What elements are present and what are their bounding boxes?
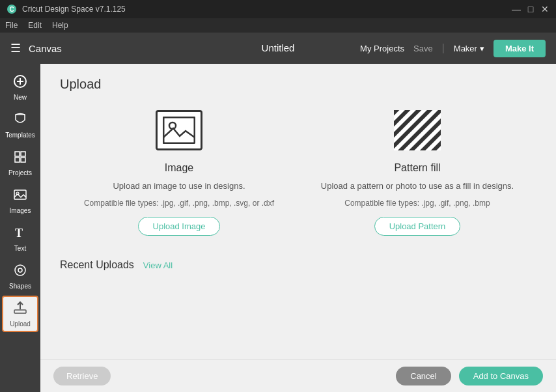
upload-pattern-button[interactable]: Upload Pattern — [374, 217, 461, 236]
save-button[interactable]: Save — [413, 44, 433, 53]
maker-chevron-icon: ▾ — [480, 44, 484, 53]
svg-rect-15 — [163, 117, 195, 143]
content-inner: Upload Image Uplo — [40, 64, 556, 359]
sidebar-item-projects-label: Projects — [8, 169, 32, 176]
sidebar-item-projects[interactable]: Projects — [2, 145, 38, 181]
close-button[interactable]: ✕ — [540, 5, 549, 14]
svg-rect-14 — [14, 310, 26, 313]
upload-cards: Image Upload an image to use in designs.… — [60, 107, 536, 236]
svg-rect-9 — [14, 190, 26, 199]
upload-pattern-card: Pattern fill Upload a pattern or photo t… — [307, 107, 528, 236]
sidebar-item-text[interactable]: T Text — [2, 220, 38, 257]
sidebar-item-templates-label: Templates — [5, 132, 35, 139]
sidebar: New Templates Projects — [0, 64, 40, 392]
maker-label: Maker — [454, 44, 477, 53]
svg-rect-19 — [394, 110, 441, 150]
bottom-right-buttons: Cancel Add to Canvas — [396, 367, 543, 385]
add-to-canvas-button[interactable]: Add to Canvas — [459, 367, 543, 385]
recent-uploads-section: Recent Uploads View All — [60, 259, 536, 271]
app-bar-right: My Projects Save | Maker ▾ Make It — [360, 40, 546, 57]
separator: | — [442, 42, 445, 54]
image-card-file-types: Compatible file types: .jpg, .gif, .png,… — [84, 199, 274, 208]
my-projects-button[interactable]: My Projects — [360, 44, 404, 53]
cancel-button[interactable]: Cancel — [396, 367, 451, 385]
pattern-card-icon — [391, 107, 443, 153]
sidebar-item-images[interactable]: Images — [2, 182, 38, 219]
image-card-description: Upload an image to use in designs. — [113, 180, 245, 192]
svg-rect-6 — [21, 152, 25, 156]
content-area: Upload Image Uplo — [40, 64, 556, 392]
svg-rect-8 — [21, 158, 25, 162]
bottom-bar: Retrieve Cancel Add to Canvas — [40, 359, 556, 392]
new-icon — [13, 74, 27, 92]
text-icon: T — [13, 225, 27, 243]
sidebar-item-upload-label: Upload — [10, 320, 31, 328]
recent-uploads-title: Recent Uploads — [60, 259, 134, 271]
svg-text:C: C — [9, 6, 14, 13]
project-title: Untitled — [262, 42, 295, 53]
upload-image-button[interactable]: Upload Image — [138, 217, 221, 236]
sidebar-item-images-label: Images — [10, 207, 31, 214]
svg-rect-7 — [15, 158, 20, 162]
main-layout: New Templates Projects — [0, 64, 556, 392]
app-bar: ☰ Canvas Untitled My Projects Save | Mak… — [0, 33, 556, 64]
svg-text:T: T — [15, 227, 23, 240]
title-bar-title: Cricut Design Space v7.1.125 — [22, 5, 126, 14]
pattern-icon-box — [394, 110, 441, 150]
make-it-button[interactable]: Make It — [493, 40, 546, 57]
app-logo: C — [7, 4, 17, 14]
pattern-card-description: Upload a pattern or photo to use as a fi… — [321, 180, 514, 192]
pattern-svg-icon — [394, 110, 441, 150]
title-bar: C Cricut Design Space v7.1.125 — □ ✕ — [0, 0, 556, 18]
svg-point-13 — [18, 268, 22, 272]
view-all-button[interactable]: View All — [143, 260, 173, 270]
title-bar-left: C Cricut Design Space v7.1.125 — [7, 4, 126, 14]
menu-file[interactable]: File — [5, 21, 18, 30]
svg-point-12 — [15, 265, 25, 275]
image-card-icon — [153, 107, 205, 153]
sidebar-item-upload[interactable]: Upload — [2, 296, 38, 332]
maximize-button[interactable]: □ — [526, 5, 535, 14]
image-svg-icon — [163, 117, 195, 144]
title-bar-controls: — □ ✕ — [512, 5, 549, 14]
image-icon-box — [156, 110, 202, 150]
menu-help[interactable]: Help — [52, 21, 68, 30]
hamburger-menu[interactable]: ☰ — [10, 41, 21, 55]
app-bar-left: ☰ Canvas — [10, 41, 62, 55]
shapes-icon — [13, 263, 27, 281]
page-title: Upload — [60, 77, 536, 92]
retrieve-button[interactable]: Retrieve — [53, 367, 111, 385]
sidebar-item-shapes-label: Shapes — [9, 283, 31, 290]
svg-rect-5 — [15, 152, 20, 156]
sidebar-item-text-label: Text — [14, 245, 26, 252]
pattern-card-title: Pattern fill — [394, 162, 440, 174]
sidebar-item-templates[interactable]: Templates — [2, 107, 38, 143]
app-bar-center: Untitled — [262, 42, 295, 54]
images-icon — [13, 188, 27, 205]
upload-image-card: Image Upload an image to use in designs.… — [68, 107, 290, 236]
sidebar-item-new[interactable]: New — [2, 69, 38, 105]
pattern-card-file-types: Compatible file types: .jpg, .gif, .png,… — [344, 199, 490, 208]
projects-icon — [13, 150, 27, 167]
templates-icon — [13, 112, 27, 130]
upload-icon — [13, 301, 27, 318]
sidebar-item-shapes[interactable]: Shapes — [2, 258, 38, 294]
app-name: Canvas — [29, 43, 62, 54]
menu-bar: File Edit Help — [0, 18, 556, 33]
sidebar-item-new-label: New — [14, 94, 27, 101]
image-card-title: Image — [165, 162, 193, 174]
maker-dropdown[interactable]: Maker ▾ — [454, 44, 484, 53]
menu-edit[interactable]: Edit — [28, 21, 42, 30]
minimize-button[interactable]: — — [512, 5, 521, 14]
